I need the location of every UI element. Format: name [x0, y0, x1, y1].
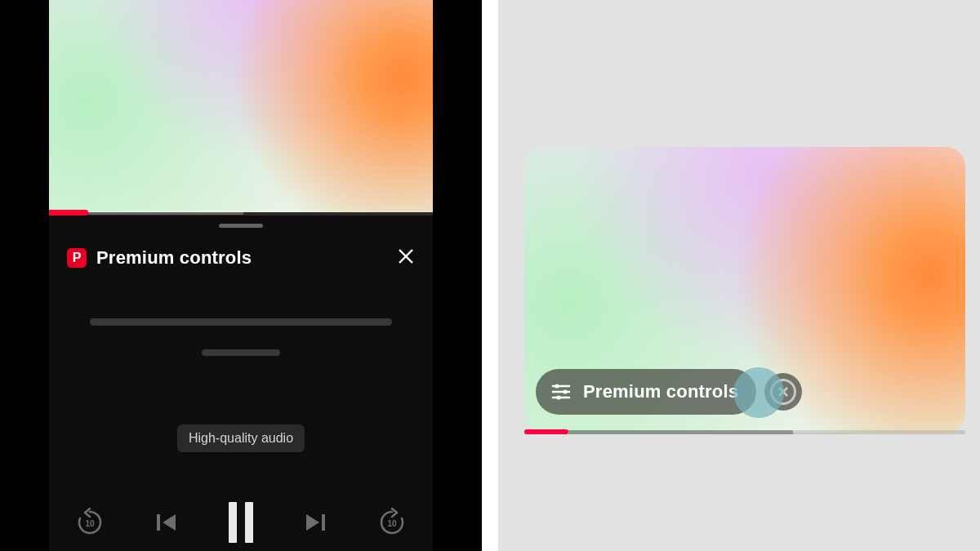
- close-circle-icon: [770, 379, 796, 405]
- svg-text:10: 10: [85, 519, 95, 528]
- skeleton-line: [202, 349, 280, 356]
- skip-next-icon: [301, 509, 329, 536]
- progress-buffered: [88, 211, 243, 215]
- premium-controls-label: Premium controls: [583, 381, 738, 402]
- svg-point-11: [556, 395, 560, 399]
- svg-text:10: 10: [387, 519, 397, 528]
- transport-bar: 10: [49, 490, 433, 551]
- premium-badge-icon: P: [67, 248, 87, 268]
- premium-controls-row: Premium controls: [536, 369, 802, 415]
- progress-played: [49, 210, 88, 216]
- sheet-title: Premium controls: [96, 247, 387, 269]
- next-button[interactable]: [301, 509, 329, 536]
- svg-rect-3: [157, 514, 160, 531]
- pause-icon: [229, 502, 237, 543]
- album-art: [49, 0, 433, 212]
- dismiss-pill-button[interactable]: [764, 373, 802, 411]
- svg-point-10: [563, 389, 567, 393]
- premium-badge-letter: P: [73, 251, 82, 264]
- high-quality-audio-chip[interactable]: High-quality audio: [177, 424, 305, 452]
- svg-point-9: [555, 384, 559, 388]
- sheet-drag-handle[interactable]: [219, 224, 263, 228]
- progress-played: [524, 429, 568, 434]
- close-button[interactable]: [397, 247, 415, 269]
- forward-10-icon: 10: [377, 508, 407, 537]
- premium-controls-pill[interactable]: Premium controls: [536, 369, 756, 415]
- close-icon: [397, 247, 415, 265]
- svg-rect-4: [322, 514, 325, 531]
- forward-10-button[interactable]: 10: [377, 508, 407, 537]
- skip-previous-icon: [153, 509, 180, 536]
- sliders-icon: [550, 381, 572, 402]
- rewind-10-button[interactable]: 10: [75, 508, 105, 537]
- screenshot-right: Premium controls: [498, 0, 980, 551]
- skeleton-line: [90, 318, 392, 326]
- player-card: P Premium controls High-quality audio 10: [49, 0, 433, 551]
- close-icon: [777, 385, 790, 398]
- rewind-10-icon: 10: [75, 508, 105, 537]
- sheet-header: P Premium controls: [49, 240, 433, 276]
- pane-divider: [482, 0, 498, 551]
- previous-button[interactable]: [153, 509, 180, 536]
- progress-buffered: [568, 430, 793, 434]
- screenshot-left: P Premium controls High-quality audio 10: [0, 0, 482, 551]
- pause-icon: [245, 502, 253, 543]
- pause-button[interactable]: [229, 502, 253, 543]
